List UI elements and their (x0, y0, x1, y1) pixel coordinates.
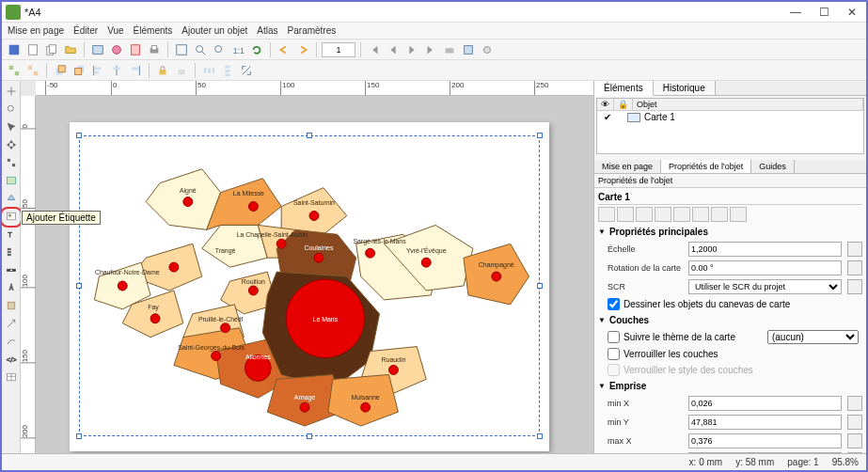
menu-atlas[interactable]: Atlas (257, 25, 277, 36)
list-item[interactable]: ✔ Carte 1 (597, 111, 863, 123)
select-tool-icon[interactable] (3, 118, 20, 135)
menu-items[interactable]: Éléments (134, 25, 173, 36)
menu-layout[interactable]: Mise en page (8, 25, 64, 36)
rotation-input[interactable] (688, 260, 842, 275)
lower-icon[interactable] (71, 62, 87, 79)
tab-layout-props[interactable]: Mise en page (594, 160, 661, 173)
zoom-in-icon[interactable] (192, 41, 209, 58)
folder-icon[interactable] (62, 41, 79, 58)
add-table-icon[interactable] (3, 369, 20, 385)
tab-item-props[interactable]: Propriétés de l'objet (661, 160, 751, 173)
follow-theme-checkbox[interactable] (608, 331, 620, 343)
distribute-v-icon[interactable] (219, 62, 236, 79)
atlas-last-icon[interactable] (422, 41, 439, 58)
miny-input[interactable] (688, 415, 842, 430)
menu-add-object[interactable]: Ajouter un objet (181, 25, 247, 36)
edit-nodes-icon[interactable] (3, 154, 20, 171)
crs-button-icon[interactable] (847, 279, 862, 294)
move-content-icon[interactable] (3, 136, 20, 153)
tab-elements[interactable]: Éléments (594, 81, 654, 96)
atlas-prev-icon[interactable] (385, 41, 402, 58)
set-scale-icon[interactable] (655, 207, 671, 222)
atlas-settings-icon[interactable] (479, 41, 496, 58)
add-shape-icon[interactable] (3, 297, 20, 314)
align-center-icon[interactable] (108, 62, 125, 79)
atlas-print-icon[interactable] (441, 41, 458, 58)
data-defined-icon[interactable] (847, 415, 862, 430)
refresh-icon[interactable] (248, 41, 265, 58)
menu-settings[interactable]: Paramètres (288, 25, 337, 36)
resize-icon[interactable] (238, 62, 255, 79)
resize-handle[interactable] (76, 283, 82, 289)
resize-handle[interactable] (537, 433, 543, 439)
set-extent-icon[interactable] (617, 207, 634, 222)
maxx-input[interactable] (688, 433, 842, 448)
zoom-out-icon[interactable] (211, 41, 228, 58)
undo-icon[interactable] (276, 41, 292, 58)
tab-history[interactable]: Historique (654, 81, 716, 95)
map-item[interactable]: Aigné La Milesse Saint-Saturnin La Chape… (79, 135, 540, 436)
theme-select[interactable]: (aucun) (767, 330, 859, 344)
align-right-icon[interactable] (127, 62, 144, 79)
crs-select[interactable]: Utiliser le SCR du projet (688, 279, 842, 294)
data-defined-icon[interactable] (847, 260, 862, 275)
add-northarrow-icon[interactable] (3, 279, 20, 296)
export-image-icon[interactable] (89, 41, 106, 58)
data-defined-icon[interactable] (847, 433, 862, 448)
canvas[interactable]: Aigné La Milesse Saint-Saturnin La Chape… (36, 96, 593, 453)
resize-handle[interactable] (537, 283, 543, 289)
scale-input[interactable] (688, 242, 842, 257)
raise-icon[interactable] (52, 62, 69, 79)
section-layers[interactable]: ▼Couches (598, 312, 862, 328)
zoom-actual-icon[interactable]: 1:1 (229, 41, 246, 58)
export-svg-icon[interactable] (108, 41, 125, 58)
add-arrow-icon[interactable] (3, 315, 20, 332)
save-icon[interactable] (6, 41, 23, 58)
add-scalebar-icon[interactable] (3, 261, 20, 278)
copies-spin[interactable] (322, 42, 355, 57)
lock-icon[interactable] (154, 62, 171, 79)
interactive-edit-icon[interactable] (692, 207, 709, 222)
close-button[interactable]: ✕ (838, 3, 866, 22)
section-extent[interactable]: ▼Emprise (598, 378, 862, 394)
data-defined-icon[interactable] (847, 396, 862, 411)
atlas-export-icon[interactable] (460, 41, 477, 58)
data-defined-icon[interactable] (847, 242, 862, 257)
pan-tool-icon[interactable] (3, 83, 20, 100)
print-icon[interactable] (146, 41, 163, 58)
duplicate-icon[interactable] (43, 41, 60, 58)
minx-input[interactable] (688, 396, 842, 411)
clip-icon[interactable] (730, 207, 747, 222)
section-main[interactable]: ▼Propriétés principales (598, 224, 862, 240)
ungroup-icon[interactable] (24, 62, 41, 79)
menu-edit[interactable]: Éditer (73, 25, 98, 36)
resize-handle[interactable] (307, 433, 312, 439)
atlas-first-icon[interactable] (366, 41, 383, 58)
align-left-icon[interactable] (89, 62, 106, 79)
resize-handle[interactable] (537, 133, 543, 138)
bookmarks-icon[interactable] (673, 207, 690, 222)
draw-canvas-checkbox[interactable] (608, 298, 620, 310)
zoom-full-icon[interactable] (173, 41, 190, 58)
new-layout-icon[interactable] (24, 41, 41, 58)
distribute-h-icon[interactable] (200, 62, 217, 79)
add-legend-icon[interactable] (3, 244, 20, 260)
resize-handle[interactable] (76, 133, 82, 138)
add-label-icon[interactable]: T (3, 226, 20, 243)
minimize-button[interactable]: — (781, 3, 810, 22)
add-map-icon[interactable] (3, 172, 20, 189)
zoom-tool-icon[interactable] (3, 101, 20, 118)
add-3dmap-icon[interactable] (3, 190, 20, 207)
redo-icon[interactable] (294, 41, 311, 58)
resize-handle[interactable] (76, 433, 82, 439)
view-extent-icon[interactable] (636, 207, 653, 222)
labeling-icon[interactable] (711, 207, 728, 222)
export-pdf-icon[interactable] (127, 41, 144, 58)
unlock-icon[interactable] (173, 62, 190, 79)
atlas-next-icon[interactable] (403, 41, 420, 58)
add-nodeitem-icon[interactable] (3, 333, 20, 350)
update-preview-icon[interactable] (598, 207, 615, 222)
lock-layers-checkbox[interactable] (608, 348, 620, 360)
menu-view[interactable]: Vue (107, 25, 123, 36)
group-icon[interactable] (6, 62, 23, 79)
